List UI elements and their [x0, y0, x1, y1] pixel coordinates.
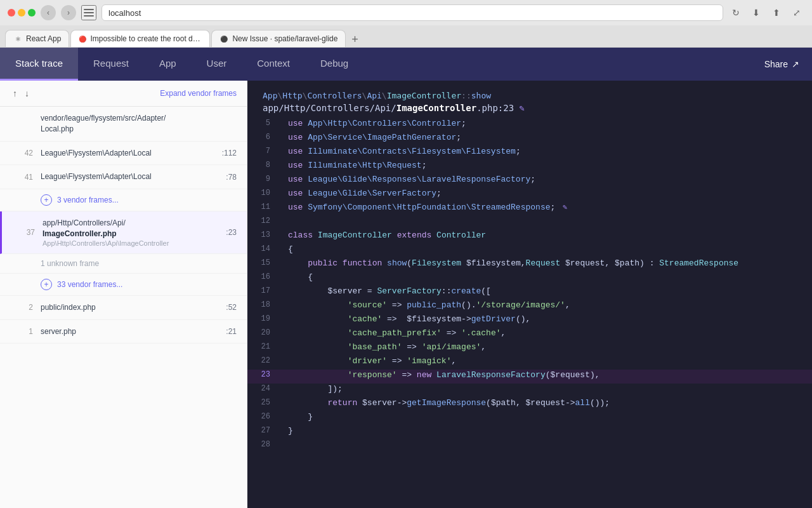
- edit-icon[interactable]: ✎: [519, 103, 524, 113]
- code-line: 26 }: [247, 411, 812, 425]
- list-item[interactable]: 1 server.php :21: [0, 320, 247, 344]
- code-line: 11 use Symfony\Component\HttpFoundation\…: [247, 202, 812, 216]
- fullscreen-button[interactable]: ⤢: [789, 5, 804, 20]
- code-line: 8 use Illuminate\Http\Request;: [247, 160, 812, 174]
- tab-github[interactable]: ⚫ New Issue · spatie/laravel-glide: [211, 30, 346, 47]
- list-item[interactable]: 37 app/Http/Controllers/Api/ImageControl…: [0, 211, 247, 254]
- left-toolbar: ↑ ↓ Expand vendor frames: [0, 81, 247, 107]
- frame-line: :112: [222, 149, 237, 157]
- list-item[interactable]: 2 public/index.php :52: [0, 296, 247, 320]
- tab-user[interactable]: User: [192, 48, 242, 81]
- share-button[interactable]: Share ↗: [752, 54, 812, 74]
- prev-frame-button[interactable]: ↑: [10, 87, 20, 100]
- frame-number: 37: [12, 228, 35, 237]
- code-filepath: app/Http/Controllers/Api/ImageController…: [263, 103, 797, 113]
- frame-file: vendor/league/flysystem/src/Adapter/Loca…: [41, 113, 237, 135]
- tab-react-app[interactable]: ⚛ React App: [5, 30, 69, 47]
- filepath-text: app/Http/Controllers/Api/ImageController…: [263, 103, 514, 113]
- tab-label-error: Impossible to create the root directory …: [90, 34, 202, 43]
- code-line: 5 use App\Http\Controllers\Controller;: [247, 118, 812, 132]
- app-container: Stack trace Request App User Context Deb…: [0, 48, 812, 508]
- frame-class: App\Http\Controllers\Api\ImageController: [43, 239, 221, 247]
- share-icon: ↗: [792, 59, 799, 69]
- code-line: 15 public function show(Filesystem $file…: [247, 258, 812, 272]
- code-line: 25 return $server->getImageResponse($pat…: [247, 398, 812, 411]
- tab-stack-trace[interactable]: Stack trace: [0, 48, 78, 81]
- frame-number: 42: [10, 149, 33, 157]
- tab-app[interactable]: App: [144, 48, 192, 81]
- expand-vendor-link[interactable]: Expand vendor frames: [160, 89, 237, 98]
- tab-context[interactable]: Context: [242, 48, 305, 81]
- frame-line: :52: [226, 303, 237, 312]
- code-area[interactable]: 5 use App\Http\Controllers\Controller; 6…: [247, 118, 812, 508]
- frame-file: server.php: [41, 326, 221, 337]
- code-line: 7 use Illuminate\Contracts\Filesystem\Fi…: [247, 146, 812, 160]
- code-line: 20 'cache_path_prefix' => '.cache',: [247, 328, 812, 342]
- back-button[interactable]: ‹: [41, 5, 56, 20]
- main-content: ↑ ↓ Expand vendor frames vendor/league/f…: [0, 81, 812, 508]
- code-line: 18 'source' => public_path().'/storage/i…: [247, 300, 812, 314]
- svg-rect-0: [84, 9, 94, 10]
- frame-line: :23: [226, 228, 237, 237]
- nav-tabs: Stack trace Request App User Context Deb…: [0, 48, 812, 81]
- tab-favicon-github: ⚫: [219, 34, 228, 43]
- browser-tabs: ⚛ React App 🔴 Impossible to create the r…: [0, 25, 812, 47]
- code-line: 14 {: [247, 244, 812, 258]
- tab-error[interactable]: 🔴 Impossible to create the root director…: [70, 30, 210, 47]
- code-line: 17 $server = ServerFactory::create([: [247, 286, 812, 300]
- frame-info: server.php: [41, 326, 221, 337]
- code-line: 13 class ImageController extends Control…: [247, 230, 812, 244]
- share-label: Share: [764, 59, 788, 69]
- navigation-arrows: ↑ ↓: [10, 87, 32, 100]
- code-panel: App\Http\Controllers\Api\ImageController…: [247, 81, 812, 508]
- frame-file: public/index.php: [41, 302, 221, 313]
- code-line: 24 ]);: [247, 384, 812, 398]
- tab-debug[interactable]: Debug: [305, 48, 363, 81]
- frame-line: :21: [226, 327, 237, 336]
- left-panel: ↑ ↓ Expand vendor frames vendor/league/f…: [0, 81, 247, 508]
- code-line: 16 {: [247, 272, 812, 286]
- code-namespace: App\Http\Controllers\Api\ImageController…: [263, 91, 797, 100]
- list-item[interactable]: 41 League\Flysystem\Adapter\Local :78: [0, 165, 247, 189]
- url-text: localhost: [108, 8, 141, 18]
- vendor-frames-group[interactable]: + 3 vendor frames...: [0, 189, 247, 211]
- frame-file: League\Flysystem\Adapter\Local: [41, 171, 221, 182]
- next-frame-button[interactable]: ↓: [22, 87, 32, 100]
- code-line: 9 use League\Glide\Responses\LaravelResp…: [247, 174, 812, 188]
- code-line: 12: [247, 216, 812, 230]
- frame-file: app/Http/Controllers/Api/ImageController…: [43, 218, 221, 239]
- code-line-highlighted: 23 'response' => new LaravelResponseFact…: [247, 370, 812, 384]
- address-bar[interactable]: localhost: [102, 4, 723, 21]
- frame-info: vendor/league/flysystem/src/Adapter/Loca…: [41, 113, 237, 135]
- download-button[interactable]: ⬇: [749, 5, 764, 20]
- expand-icon: +: [41, 194, 52, 206]
- sidebar-toggle-button[interactable]: [81, 5, 96, 20]
- frame-number: 41: [10, 173, 33, 182]
- forward-button[interactable]: ›: [61, 5, 76, 20]
- vendor-frames-label: 33 vendor frames...: [57, 280, 122, 289]
- frame-number: 2: [10, 303, 33, 312]
- frame-info: app/Http/Controllers/Api/ImageController…: [43, 218, 221, 247]
- close-window-btn[interactable]: [8, 9, 15, 17]
- reload-button[interactable]: ↻: [728, 5, 743, 20]
- list-item[interactable]: vendor/league/flysystem/src/Adapter/Loca…: [0, 107, 247, 142]
- new-tab-button[interactable]: +: [347, 32, 362, 47]
- expand-icon: +: [41, 279, 52, 290]
- maximize-window-btn[interactable]: [28, 9, 36, 17]
- tab-label-github: New Issue · spatie/laravel-glide: [232, 34, 337, 43]
- list-item[interactable]: 42 League\Flysystem\Adapter\Local :112: [0, 142, 247, 166]
- vendor-frames-group[interactable]: + 33 vendor frames...: [0, 274, 247, 296]
- code-line: 22 'driver' => 'imagick',: [247, 356, 812, 370]
- code-line: 6 use App\Service\ImagePathGenerator;: [247, 132, 812, 146]
- share-browser-button[interactable]: ⬆: [769, 5, 784, 20]
- tab-favicon-error: 🔴: [79, 34, 86, 43]
- frame-line: :78: [226, 173, 237, 182]
- browser-toolbar: ‹ › localhost ↻ ⬇ ⬆ ⤢: [0, 0, 812, 25]
- minimize-window-btn[interactable]: [18, 9, 25, 17]
- tab-request[interactable]: Request: [78, 48, 144, 81]
- frame-info: League\Flysystem\Adapter\Local: [41, 171, 221, 182]
- unknown-frame: 1 unknown frame: [0, 254, 247, 274]
- tab-label-react: React App: [26, 34, 61, 43]
- code-line: 27 }: [247, 425, 812, 439]
- svg-rect-2: [84, 15, 94, 17]
